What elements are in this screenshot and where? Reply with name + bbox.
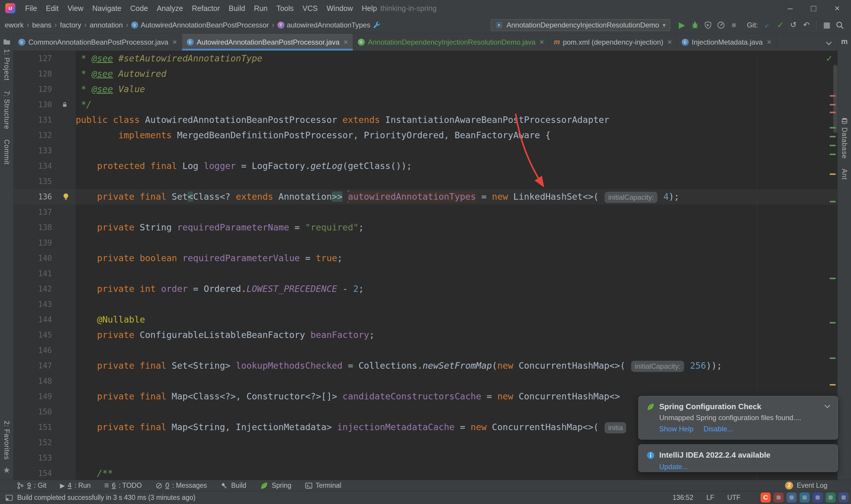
tool-stripe-Database[interactable]: Database [840, 117, 848, 159]
menu-item-view[interactable]: View [63, 0, 88, 17]
link-ShowHelp[interactable]: Show Help [659, 425, 693, 433]
breadcrumb-item-factory[interactable]: factory [60, 21, 81, 29]
stripe-mark[interactable] [830, 95, 836, 96]
line-number[interactable]: 147 [14, 358, 55, 374]
toolwindow-button-Run[interactable]: ▶4: Run [60, 482, 91, 489]
close-icon[interactable]: × [767, 37, 771, 47]
code-line-130[interactable]: 130 */ [14, 97, 837, 112]
code-line-146[interactable]: 146 [14, 343, 837, 358]
run-button[interactable]: ▶ [675, 19, 688, 32]
code-line-139[interactable]: 139 [14, 235, 837, 251]
menu-item-refactor[interactable]: Refactor [188, 0, 224, 17]
code-line-137[interactable]: 137 [14, 204, 837, 220]
run-configuration-select[interactable]: AnnotationDependencyInjectionResolutionD… [491, 19, 670, 31]
line-number[interactable]: 148 [14, 374, 55, 389]
line-number[interactable]: 143 [14, 296, 55, 312]
menu-item-window[interactable]: Window [322, 0, 357, 17]
code-line-127[interactable]: 127 * @see #setAutowiredAnnotationType [14, 51, 837, 66]
stripe-mark[interactable] [830, 201, 836, 202]
line-number[interactable]: 132 [14, 128, 55, 143]
intention-bulb-icon[interactable] [55, 189, 76, 204]
line-number[interactable]: 139 [14, 235, 55, 251]
line-number[interactable]: 146 [14, 343, 55, 358]
code-line-131[interactable]: 131public class AutowiredAnnotationBeanP… [14, 112, 837, 128]
toolwindow-button-Messages[interactable]: 0: Messages [156, 482, 207, 489]
breadcrumb-item-annotation[interactable]: annotation [90, 21, 123, 29]
menu-item-code[interactable]: Code [126, 0, 152, 17]
breadcrumb-item-beans[interactable]: beans [32, 21, 51, 29]
stripe-mark[interactable] [830, 104, 836, 106]
code-line-147[interactable]: 147 private final Set<String> lookupMeth… [14, 358, 837, 374]
link-Update[interactable]: Update... [659, 463, 688, 471]
code-line-148[interactable]: 148 [14, 374, 837, 389]
line-number[interactable]: 149 [14, 389, 55, 404]
menu-item-run[interactable]: Run [250, 0, 272, 17]
close-button[interactable]: × [834, 4, 840, 13]
debug-button[interactable] [688, 19, 702, 32]
line-number[interactable]: 141 [14, 266, 55, 281]
caret-position[interactable]: 136:52 [672, 494, 693, 502]
code-line-136[interactable]: 136 private final Set<Class<? extends An… [14, 189, 837, 204]
stripe-mark[interactable] [830, 278, 836, 279]
line-number[interactable]: 154 [14, 466, 55, 480]
tab-AutowiredAnnotationBeanPostProcessor.java[interactable]: cAutowiredAnnotationBeanPostProcessor.ja… [182, 34, 353, 51]
code-line-129[interactable]: 129 * @see Value [14, 82, 837, 97]
code-line-143[interactable]: 143 [14, 296, 837, 312]
rollback-button[interactable]: ↶ [800, 19, 813, 32]
line-number[interactable]: 131 [14, 112, 55, 128]
stripe-mark[interactable] [830, 112, 836, 113]
toolwindow-button-Spring[interactable]: Spring [260, 481, 291, 490]
maximize-button[interactable]: □ [811, 4, 816, 13]
layout-button[interactable]: ▦ [820, 19, 833, 32]
stop-button[interactable]: ■ [727, 19, 741, 32]
line-number[interactable]: 138 [14, 220, 55, 235]
search-icon[interactable] [833, 19, 846, 32]
breadcrumb-item-ework[interactable]: ework [5, 21, 24, 29]
toolwindow-switcher-icon[interactable] [5, 494, 13, 502]
chevron-down-icon[interactable] [820, 34, 837, 51]
menu-item-build[interactable]: Build [224, 0, 250, 17]
close-icon[interactable]: × [540, 37, 544, 47]
stripe-mark[interactable] [830, 322, 836, 324]
tab-CommonAnnotationBeanPostProcessor.java[interactable]: cCommonAnnotationBeanPostProcessor.java× [14, 34, 182, 51]
toolwindow-button-Build[interactable]: Build [220, 482, 246, 489]
code-line-134[interactable]: 134 protected final Log logger = LogFact… [14, 158, 837, 174]
line-number[interactable]: 134 [14, 158, 55, 174]
menu-item-file[interactable]: File [21, 0, 41, 17]
toolwindow-button-Terminal[interactable]: Terminal [305, 482, 341, 489]
menu-item-vcs[interactable]: VCS [298, 0, 322, 17]
notification-spring-configuration[interactable]: Spring Configuration Check Unmapped Spri… [638, 396, 838, 439]
tab-pom.xml-(dependency-injection)[interactable]: mpom.xml (dependency-injection)× [549, 34, 677, 51]
line-number[interactable]: 129 [14, 82, 55, 97]
line-number[interactable]: 128 [14, 66, 55, 82]
code-line-138[interactable]: 138 private String requiredParameterName… [14, 220, 837, 235]
tab-AnnotationDependencyInjectionResolutionDemo.java[interactable]: cAnnotationDependencyInjectionResolution… [353, 34, 549, 51]
line-number[interactable]: 127 [14, 51, 55, 66]
code-line-128[interactable]: 128 * @see Autowired [14, 66, 837, 82]
close-icon[interactable]: × [344, 37, 348, 47]
stripe-mark[interactable] [830, 174, 836, 175]
tab-InjectionMetadata.java[interactable]: cInjectionMetadata.java× [677, 34, 776, 51]
toolwindow-button-TODO[interactable]: ≡6: TODO [104, 482, 142, 489]
tool-stripe-star[interactable]: ★ [3, 466, 10, 474]
code-line-142[interactable]: 142 private int order = Ordered.LOWEST_P… [14, 281, 837, 296]
tool-stripe-2--Favorites[interactable]: 2: Favorites [3, 421, 11, 460]
notification-ide-update[interactable]: IntelliJ IDEA 2022.2.4 available Update.… [638, 444, 838, 472]
toolwindow-button-Git[interactable]: 9: Git [17, 482, 47, 489]
coverage-button[interactable] [702, 19, 714, 32]
line-number[interactable]: 137 [14, 204, 55, 220]
profiler-button[interactable] [714, 19, 727, 32]
event-log-button[interactable]: 2 Event Log [785, 482, 827, 489]
line-separator[interactable]: LF [706, 494, 714, 502]
menu-item-navigate[interactable]: Navigate [88, 0, 126, 17]
history-button[interactable]: ↺ [787, 19, 800, 32]
tool-stripe-Commit[interactable]: Commit [3, 140, 11, 165]
collapse-icon[interactable] [825, 402, 830, 408]
menu-item-tools[interactable]: Tools [272, 0, 298, 17]
minimize-button[interactable]: – [788, 4, 793, 13]
stripe-mark[interactable] [830, 154, 836, 155]
line-number[interactable]: 136 [14, 189, 55, 204]
line-number[interactable]: 144 [14, 312, 55, 327]
stripe-mark[interactable] [830, 358, 836, 359]
tool-stripe-maven-m[interactable]: m [841, 38, 848, 45]
